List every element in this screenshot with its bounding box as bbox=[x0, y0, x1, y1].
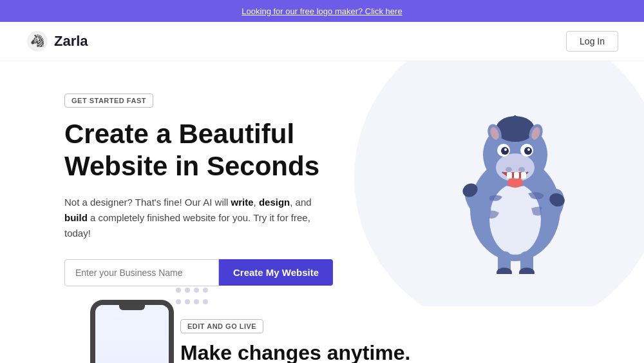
svg-rect-17 bbox=[514, 172, 519, 179]
phone-mockup: GET STARTED FAST bbox=[90, 313, 206, 363]
bottom-section: GET STARTED FAST EDIT AND GO LIVE Make c… bbox=[0, 306, 644, 363]
svg-point-13 bbox=[504, 148, 507, 151]
svg-rect-16 bbox=[507, 172, 512, 179]
zarla-logo-icon: 🦓 bbox=[26, 30, 49, 53]
bottom-title: Make changes anytime. bbox=[180, 341, 410, 363]
logo-text: Zarla bbox=[54, 33, 88, 50]
hero-title-line2: Website in Seconds bbox=[64, 151, 319, 181]
login-button[interactable]: Log In bbox=[566, 31, 618, 52]
hero-subtitle: Not a designer? That's fine! Our AI will… bbox=[64, 195, 322, 241]
svg-point-15 bbox=[507, 177, 523, 188]
banner-link[interactable]: Looking for our free logo maker? Click h… bbox=[242, 6, 402, 16]
create-website-button[interactable]: Create My Website bbox=[219, 259, 333, 286]
navbar: 🦓 Zarla Log In bbox=[0, 22, 644, 61]
svg-text:🦓: 🦓 bbox=[30, 34, 45, 48]
logo-area: 🦓 Zarla bbox=[26, 30, 88, 53]
cta-form: Create My Website bbox=[64, 259, 412, 286]
svg-point-11 bbox=[501, 147, 509, 155]
phone-screen: GET STARTED FAST bbox=[95, 305, 169, 363]
mascot-area bbox=[438, 93, 605, 287]
phone-notch bbox=[119, 305, 145, 310]
svg-point-14 bbox=[527, 148, 530, 151]
hero-title-line1: Create a Beautiful bbox=[64, 119, 294, 149]
svg-point-8 bbox=[518, 167, 525, 172]
hero-title: Create a Beautiful Website in Seconds bbox=[64, 118, 412, 183]
svg-rect-18 bbox=[521, 172, 526, 179]
zebra-mascot bbox=[438, 93, 592, 274]
hero-badge: GET STARTED FAST bbox=[64, 93, 153, 108]
hero-content: GET STARTED FAST Create a Beautiful Webs… bbox=[64, 87, 412, 293]
svg-point-7 bbox=[506, 167, 512, 172]
hero-section: GET STARTED FAST Create a Beautiful Webs… bbox=[0, 61, 644, 306]
svg-point-12 bbox=[524, 147, 532, 155]
business-name-input[interactable] bbox=[64, 259, 219, 286]
top-banner: Looking for our free logo maker? Click h… bbox=[0, 0, 644, 22]
phone-body: GET STARTED FAST bbox=[90, 300, 174, 363]
